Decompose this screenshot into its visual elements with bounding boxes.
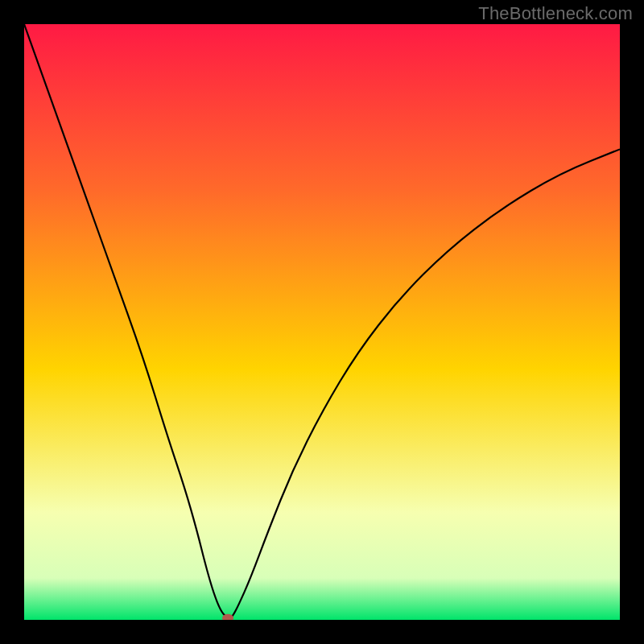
plot-area <box>24 24 620 620</box>
gradient-background <box>24 24 620 620</box>
chart-svg <box>24 24 620 620</box>
watermark-text: TheBottleneck.com <box>478 3 633 24</box>
chart-frame: TheBottleneck.com <box>0 0 644 644</box>
